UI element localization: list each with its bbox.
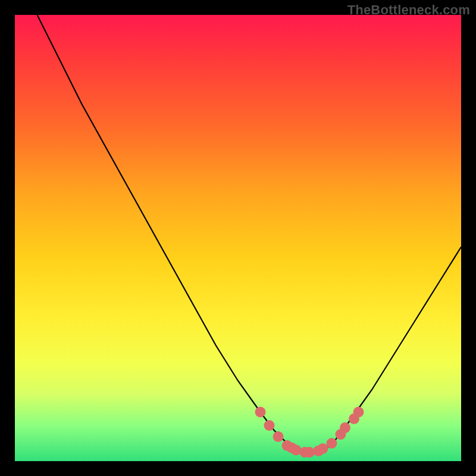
- marker-dot: [291, 444, 302, 455]
- marker-dot: [340, 422, 350, 433]
- bottleneck-curve: [37, 15, 462, 452]
- marker-dot: [255, 407, 266, 418]
- chart-svg: [15, 15, 461, 461]
- marker-dot: [327, 438, 337, 449]
- marker-dot: [353, 407, 364, 418]
- marker-dot: [264, 420, 275, 431]
- highlight-markers: [255, 407, 364, 458]
- marker-dot: [318, 443, 328, 454]
- marker-dot: [273, 431, 284, 442]
